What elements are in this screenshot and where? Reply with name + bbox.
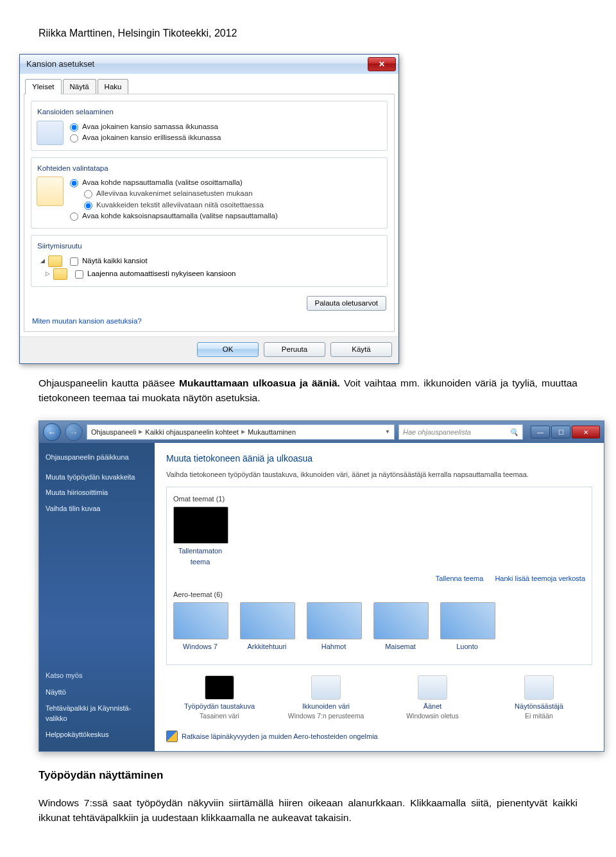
page-title: Muuta tietokoneen ääniä ja ulkoasua: [166, 452, 592, 465]
dialog-titlebar: Kansion asetukset ✕: [20, 55, 398, 74]
sidebar-link-mouse-pointers[interactable]: Muuta hiiriosoittimia: [46, 487, 148, 498]
search-placeholder: Hae ohjauspaneelista: [403, 427, 471, 438]
sidebar-home-link[interactable]: Ohjauspaneelin pääikkuna: [46, 452, 148, 463]
body-paragraph-1: Ohjauspaneelin kautta pääsee Mukauttamaa…: [38, 376, 578, 406]
sidebar-link-account-picture[interactable]: Vaihda tilin kuvaa: [46, 503, 148, 514]
theme-thumb: [440, 602, 495, 639]
screensaver-icon: [524, 675, 554, 700]
maximize-button[interactable]: ☐: [551, 426, 570, 438]
theme-thumb: [173, 602, 228, 639]
minimize-button[interactable]: —: [531, 426, 550, 438]
tab-body: Kansioiden selaaminen Avaa jokainen kans…: [24, 94, 395, 331]
sounds-button[interactable]: Äänet Windowsin oletus: [394, 675, 471, 722]
breadcrumb-item[interactable]: Kaikki ohjauspaneelin kohteet: [145, 427, 239, 438]
breadcrumb-item[interactable]: Mukauttaminen: [248, 427, 296, 438]
theme-item[interactable]: Windows 7: [173, 602, 227, 652]
theme-thumb: [307, 602, 362, 639]
sidebar-link-desktop-icons[interactable]: Muuta työpöydän kuvakkeita: [46, 472, 148, 483]
checkbox-auto-expand[interactable]: [75, 270, 83, 279]
themes-box[interactable]: Omat teemat (1) Tallentamaton teema Tall…: [166, 487, 592, 665]
see-also-ease[interactable]: Helppokäyttökeskus: [46, 729, 148, 740]
nav-back-button[interactable]: ←: [43, 423, 61, 441]
checkbox-show-all[interactable]: [70, 257, 78, 266]
opt-label: Avaa jokainen kansio samassa ikkunassa: [82, 122, 218, 132]
sidebar: Ohjauspaneelin pääikkuna Muuta työpöydän…: [39, 443, 155, 751]
theme-thumb: [240, 602, 295, 639]
radio-input[interactable]: [84, 202, 92, 210]
personalization-window: ← → Ohjauspaneeli ▶ Kaikki ohjauspaneeli…: [38, 420, 604, 752]
theme-label: Tallentamaton teema: [178, 547, 223, 566]
window-color-button[interactable]: Ikkunoiden väri Windows 7:n perusteema: [287, 675, 364, 722]
radio-underline-browser[interactable]: Alleviivaa kuvakenimet selainasetusten m…: [84, 189, 381, 199]
opt-label: Avaa kohde kaksoisnapsauttamalla (valits…: [82, 211, 278, 221]
breadcrumb-item[interactable]: Ohjauspaneeli: [91, 427, 136, 438]
chevron-down-icon[interactable]: ▼: [385, 428, 390, 436]
radio-underline-hover[interactable]: Kuvakkeiden tekstit alleviivataan niitä …: [84, 200, 381, 211]
desktop-background-button[interactable]: Työpöydän taustakuva Tasainen väri: [181, 675, 258, 722]
theme-item-unsaved[interactable]: Tallentamaton teema: [173, 506, 227, 567]
folder-icon: [53, 268, 67, 280]
radio-input[interactable]: [70, 134, 78, 143]
browse-folders-icon: [37, 121, 64, 145]
opt-label: Alleviivaa kuvakenimet selainasetusten m…: [96, 189, 253, 199]
save-theme-link[interactable]: Tallenna teema: [436, 573, 484, 584]
tab-strip: Yleiset Näytä Haku: [20, 74, 398, 94]
radio-input[interactable]: [70, 179, 78, 187]
text: Ohjauspaneelin kautta pääsee: [38, 377, 179, 388]
apply-button[interactable]: Käytä: [330, 342, 392, 357]
theme-label: Hahmot: [321, 643, 346, 650]
close-button[interactable]: ✕: [572, 426, 600, 438]
see-also-taskbar[interactable]: Tehtäväpalkki ja Käynnistä-valikko: [46, 703, 148, 724]
theme-item[interactable]: Arkkitehtuuri: [240, 602, 294, 652]
ok-button[interactable]: OK: [197, 342, 259, 357]
chevron-right-icon: ▶: [241, 428, 245, 436]
radio-double-click[interactable]: Avaa kohde kaksoisnapsauttamalla (valits…: [70, 211, 381, 221]
theme-label: Maisemat: [385, 643, 416, 650]
close-button[interactable]: ✕: [368, 57, 396, 71]
troubleshoot-link[interactable]: Ratkaise läpinäkyvyyden ja muiden Aero-t…: [166, 731, 592, 742]
tree-row-show-all: ◢ Näytä kaikki kansiot: [40, 255, 381, 267]
see-also-display[interactable]: Näyttö: [46, 687, 148, 698]
chk-label: Laajenna automaattisesti nykyiseen kansi…: [87, 269, 235, 279]
tab-general[interactable]: Yleiset: [25, 79, 62, 94]
help-link[interactable]: Miten muutan kansion asetuksia?: [32, 316, 142, 327]
radio-same-window[interactable]: Avaa jokainen kansio samassa ikkunassa: [70, 122, 381, 132]
radio-single-click[interactable]: Avaa kohde napsauttamalla (valitse osoit…: [70, 178, 381, 188]
window-color-icon: [311, 675, 341, 700]
tree-expand-icon[interactable]: ◢: [40, 257, 47, 266]
address-bar[interactable]: Ohjauspaneeli ▶ Kaikki ohjauspaneelin ko…: [87, 424, 395, 440]
theme-item[interactable]: Hahmot: [307, 602, 361, 652]
tree-collapse-icon[interactable]: ▷: [46, 270, 52, 279]
theme-label: Arkkitehtuuri: [247, 643, 286, 650]
radio-input[interactable]: [70, 212, 78, 221]
main-content: Muuta tietokoneen ääniä ja ulkoasua Vaih…: [155, 443, 604, 751]
click-items-fieldset: Kohteiden valintatapa Avaa kohde napsaut…: [31, 157, 388, 229]
sounds-icon: [418, 675, 447, 700]
tab-view[interactable]: Näytä: [63, 79, 96, 94]
radio-input[interactable]: [70, 123, 78, 132]
get-more-themes-link[interactable]: Hanki lisää teemoja verkosta: [495, 573, 585, 584]
tab-search[interactable]: Haku: [98, 79, 129, 94]
dialog-buttons: OK Peruuta Käytä: [20, 336, 398, 363]
radio-input[interactable]: [84, 190, 92, 198]
shield-icon: [166, 731, 178, 742]
opt-label: Kuvakkeiden tekstit alleviivataan niitä …: [96, 200, 264, 211]
cancel-button[interactable]: Peruuta: [264, 342, 325, 357]
search-input[interactable]: Hae ohjauspaneelista 🔍: [398, 424, 523, 440]
strip-title: Äänet: [394, 701, 471, 712]
screensaver-button[interactable]: Näytönsäästäjä Ei mitään: [501, 675, 578, 722]
reset-row: Palauta oletusarvot: [31, 293, 388, 313]
troubleshoot-label: Ratkaise läpinäkyvyyden ja muiden Aero-t…: [182, 731, 378, 742]
see-also-heading: Katso myös: [46, 670, 148, 681]
theme-item[interactable]: Maisemat: [373, 602, 427, 652]
section-heading-desktop-show: Työpöydän näyttäminen: [38, 767, 578, 784]
tree-row-auto-expand: ▷ Laajenna automaattisesti nykyiseen kan…: [46, 268, 381, 280]
nav-forward-button[interactable]: →: [65, 423, 83, 441]
navigation-pane-fieldset: Siirtymisruutu ◢ Näytä kaikki kansiot ▷ …: [31, 235, 388, 287]
radio-own-window[interactable]: Avaa jokainen kansio erillisessä ikkunas…: [70, 133, 381, 143]
restore-defaults-button[interactable]: Palauta oletusarvot: [307, 296, 386, 311]
wallpaper-icon: [205, 675, 234, 700]
theme-item[interactable]: Luonto: [440, 602, 494, 652]
folder-options-dialog: Kansion asetukset ✕ Yleiset Näytä Haku K…: [19, 54, 399, 364]
click-items-legend: Kohteiden valintatapa: [35, 163, 110, 174]
